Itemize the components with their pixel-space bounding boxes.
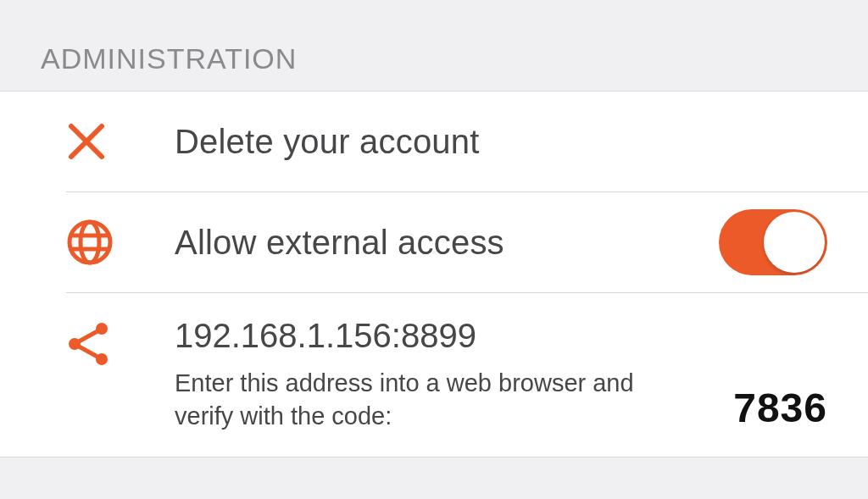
row-label: Delete your account — [175, 123, 827, 161]
row-allow-external-access[interactable]: Allow external access — [0, 192, 868, 292]
svg-line-9 — [80, 332, 97, 341]
svg-point-2 — [70, 222, 110, 263]
share-instruction-text: Enter this address into a web browser an… — [175, 367, 649, 433]
row-label: Allow external access — [175, 224, 719, 262]
svg-line-10 — [80, 347, 97, 357]
verification-code: 7836 — [733, 385, 827, 433]
row-share-address[interactable]: 192.168.1.156:8899 Enter this address in… — [0, 293, 868, 457]
section-header-administration: ADMINISTRATION — [0, 0, 868, 91]
share-icon — [0, 317, 175, 368]
row-delete-account[interactable]: Delete your account — [0, 91, 868, 191]
toggle-knob — [764, 212, 825, 273]
x-icon — [0, 121, 175, 162]
globe-icon — [0, 219, 175, 266]
settings-list: Delete your account Allow external acces… — [0, 91, 868, 457]
svg-point-3 — [81, 222, 99, 263]
external-access-toggle[interactable] — [719, 209, 827, 275]
share-address-text: 192.168.1.156:8899 — [175, 317, 733, 355]
